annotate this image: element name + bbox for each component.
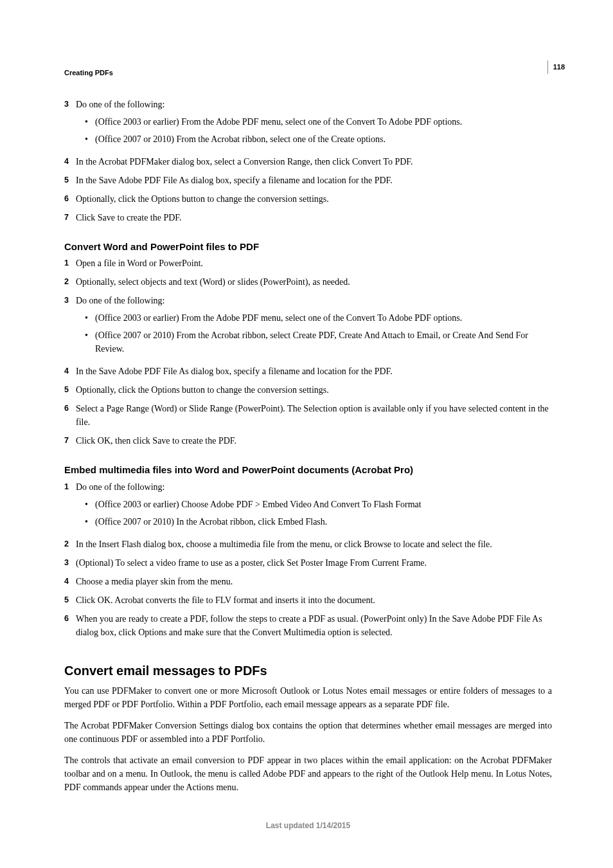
sub-list: • (Office 2003 or earlier) From the Adob…: [76, 115, 552, 146]
sub-text: (Office 2003 or earlier) From the Adobe …: [95, 115, 552, 129]
paragraph: The Acrobat PDFMaker Conversion Settings…: [64, 719, 552, 746]
step-body: Do one of the following:: [76, 100, 164, 109]
list-item: 5 In the Save Adobe PDF File As dialog b…: [64, 174, 552, 187]
bullet-icon: •: [85, 329, 95, 356]
step-number: 3: [64, 556, 76, 570]
step-number: 4: [64, 575, 76, 588]
step-body: Do one of the following:: [76, 482, 164, 492]
step-text: When you are ready to create a PDF, foll…: [76, 612, 552, 639]
step-body: Do one of the following:: [76, 296, 164, 305]
running-header: Creating PDFs: [64, 68, 552, 78]
step-text: Do one of the following: • (Office 2003 …: [76, 98, 552, 150]
sub-text: (Office 2003 or earlier) Choose Adobe PD…: [95, 498, 552, 511]
list-section-1: 3 Do one of the following: • (Office 200…: [64, 98, 552, 224]
list-item: 1 Do one of the following: • (Office 200…: [64, 480, 552, 532]
list-item: 3 Do one of the following: • (Office 200…: [64, 294, 552, 359]
bullet-icon: •: [85, 498, 95, 511]
footer-text: Last updated 1/14/2015: [64, 820, 552, 831]
step-text: Do one of the following: • (Office 2003 …: [76, 480, 552, 532]
step-number: 6: [64, 612, 76, 639]
subsection-heading: Embed multimedia files into Word and Pow…: [64, 463, 552, 478]
list-item: 5 Optionally, click the Options button t…: [64, 383, 552, 397]
sub-item: • (Office 2007 or 2010) In the Acrobat r…: [76, 515, 552, 529]
step-text: In the Acrobat PDFMaker dialog box, sele…: [76, 155, 552, 168]
list-item: 6 Optionally, click the Options button t…: [64, 192, 552, 206]
section-heading: Convert email messages to PDFs: [64, 661, 552, 680]
step-text: In the Save Adobe PDF File As dialog box…: [76, 174, 552, 187]
list-item: 7 Click Save to create the PDF.: [64, 211, 552, 224]
step-text: Optionally, click the Options button to …: [76, 192, 552, 206]
step-number: 3: [64, 294, 76, 359]
step-text: (Optional) To select a video frame to us…: [76, 556, 552, 570]
list-item: 3 (Optional) To select a video frame to …: [64, 556, 552, 570]
step-number: 1: [64, 257, 76, 270]
sub-item: • (Office 2007 or 2010) From the Acrobat…: [76, 329, 552, 356]
list-item: 3 Do one of the following: • (Office 200…: [64, 98, 552, 150]
sub-list: • (Office 2003 or earlier) Choose Adobe …: [76, 498, 552, 529]
list-item: 2 Optionally, select objects and text (W…: [64, 275, 552, 289]
bullet-icon: •: [85, 132, 95, 146]
paragraph: The controls that activate an email conv…: [64, 754, 552, 794]
subsection-heading: Convert Word and PowerPoint files to PDF: [64, 240, 552, 255]
sub-text: (Office 2007 or 2010) From the Acrobat r…: [95, 329, 552, 356]
step-number: 4: [64, 155, 76, 168]
step-text: Optionally, click the Options button to …: [76, 383, 552, 397]
list-item: 6 Select a Page Range (Word) or Slide Ra…: [64, 402, 552, 429]
list-item: 1 Open a file in Word or PowerPoint.: [64, 257, 552, 270]
list-section-3: 1 Do one of the following: • (Office 200…: [64, 480, 552, 639]
step-number: 7: [64, 434, 76, 448]
paragraph: You can use PDFMaker to convert one or m…: [64, 684, 552, 711]
step-number: 4: [64, 365, 76, 378]
bullet-icon: •: [85, 115, 95, 129]
list-item: 7 Click OK, then click Save to create th…: [64, 434, 552, 448]
step-number: 5: [64, 174, 76, 187]
list-item: 4 Choose a media player skin from the me…: [64, 575, 552, 588]
step-text: In the Save Adobe PDF File As dialog box…: [76, 365, 552, 378]
list-item: 5 Click OK. Acrobat converts the file to…: [64, 593, 552, 607]
bullet-icon: •: [85, 311, 95, 325]
step-number: 1: [64, 480, 76, 532]
bullet-icon: •: [85, 515, 95, 529]
sub-item: • (Office 2003 or earlier) Choose Adobe …: [76, 498, 552, 511]
sub-list: • (Office 2003 or earlier) From the Adob…: [76, 311, 552, 356]
sub-text: (Office 2007 or 2010) From the Acrobat r…: [95, 132, 552, 146]
step-number: 5: [64, 383, 76, 397]
sub-item: • (Office 2003 or earlier) From the Adob…: [76, 115, 552, 129]
step-text: Click OK, then click Save to create the …: [76, 434, 552, 448]
step-number: 2: [64, 275, 76, 289]
list-item: 4 In the Acrobat PDFMaker dialog box, se…: [64, 155, 552, 168]
list-item: 6 When you are ready to create a PDF, fo…: [64, 612, 552, 639]
step-number: 6: [64, 192, 76, 206]
page-number: 118: [547, 60, 565, 74]
step-number: 7: [64, 211, 76, 224]
step-text: Optionally, select objects and text (Wor…: [76, 275, 552, 289]
step-number: 3: [64, 98, 76, 150]
list-item: 2 In the Insert Flash dialog box, choose…: [64, 538, 552, 551]
sub-text: (Office 2007 or 2010) In the Acrobat rib…: [95, 515, 552, 529]
step-text: Click Save to create the PDF.: [76, 211, 552, 224]
sub-text: (Office 2003 or earlier) From the Adobe …: [95, 311, 552, 325]
step-number: 6: [64, 402, 76, 429]
step-text: Click OK. Acrobat converts the file to F…: [76, 593, 552, 607]
sub-item: • (Office 2003 or earlier) From the Adob…: [76, 311, 552, 325]
list-section-2: 1 Open a file in Word or PowerPoint. 2 O…: [64, 257, 552, 448]
page-container: 118 Creating PDFs 3 Do one of the follow…: [0, 0, 613, 857]
step-text: Open a file in Word or PowerPoint.: [76, 257, 552, 270]
list-item: 4 In the Save Adobe PDF File As dialog b…: [64, 365, 552, 378]
step-text: In the Insert Flash dialog box, choose a…: [76, 538, 552, 551]
step-text: Choose a media player skin from the menu…: [76, 575, 552, 588]
sub-item: • (Office 2007 or 2010) From the Acrobat…: [76, 132, 552, 146]
step-text: Do one of the following: • (Office 2003 …: [76, 294, 552, 359]
step-number: 5: [64, 593, 76, 607]
step-number: 2: [64, 538, 76, 551]
step-text: Select a Page Range (Word) or Slide Rang…: [76, 402, 552, 429]
